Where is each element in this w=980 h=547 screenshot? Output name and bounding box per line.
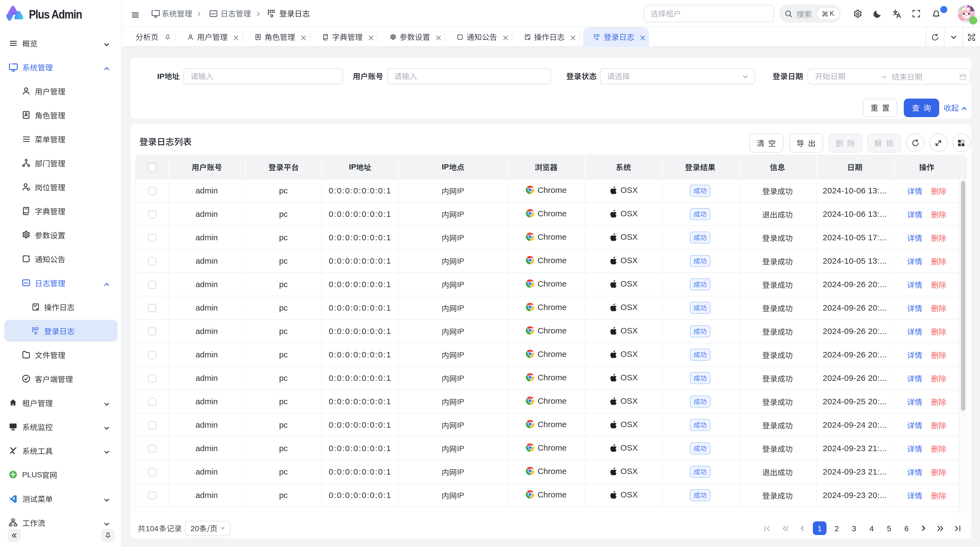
svg-text:DEV: DEV — [24, 282, 29, 284]
svg-text:DEV: DEV — [211, 13, 216, 15]
